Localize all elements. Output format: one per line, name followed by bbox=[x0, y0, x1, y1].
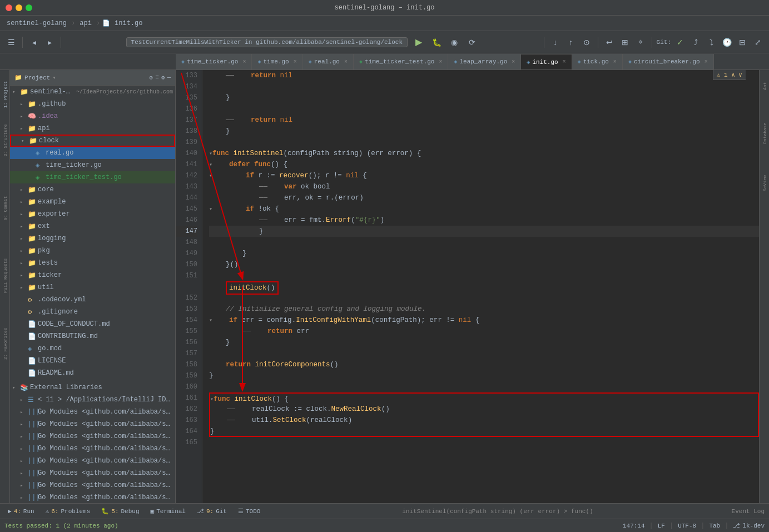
tab-close-icon[interactable]: × bbox=[294, 59, 297, 65]
project-panel-btn[interactable]: 1: Project bbox=[1, 72, 9, 117]
ant-design-btn[interactable]: Ant bbox=[760, 72, 769, 100]
run-config-select[interactable]: TestCurrentTimeMillsWithTicker in github… bbox=[126, 37, 408, 47]
tree-item-readme[interactable]: 📄 README.md bbox=[10, 367, 175, 379]
tree-item-clock[interactable]: ▾ 📁 clock bbox=[10, 135, 175, 147]
minimize-button[interactable] bbox=[16, 4, 22, 11]
collapse-all-btn[interactable]: ≡ bbox=[155, 74, 159, 81]
tab-real-go[interactable]: ◈ real.go × bbox=[303, 54, 354, 69]
git-history-button[interactable]: ⊙ bbox=[580, 36, 593, 49]
git-ok-button[interactable]: ✓ bbox=[673, 36, 687, 49]
expand-button[interactable]: ⤢ bbox=[751, 36, 765, 49]
git-update-button[interactable]: ↓ bbox=[549, 36, 562, 49]
tree-item-root[interactable]: ▾ 📁 sentinel-golang ~/IdeaProjects/src/g… bbox=[10, 86, 175, 98]
undo-button[interactable]: ↩ bbox=[603, 36, 616, 49]
tree-item-contributing[interactable]: 📄 CONTRIBUTING.md bbox=[10, 330, 175, 342]
nav-file[interactable]: init.go bbox=[112, 18, 145, 28]
run-button[interactable]: ▶ bbox=[412, 36, 425, 49]
tree-item-go-mod-6[interactable]: ▸ ||| Go Modules <github.com/alibaba/sen… bbox=[10, 467, 175, 479]
code-area[interactable]: 133 134 135 136 137 138 139 140 141 142 … bbox=[176, 70, 759, 503]
tree-item-api[interactable]: ▸ 📁 api bbox=[10, 122, 175, 135]
tree-item-codecov[interactable]: ⚙ .codecov.yml bbox=[10, 294, 175, 306]
close-tree-btn[interactable]: — bbox=[167, 74, 171, 81]
tab-close-icon[interactable]: × bbox=[704, 59, 708, 65]
maximize-button[interactable] bbox=[26, 4, 32, 11]
terminal-tool-btn[interactable]: ▣ Terminal bbox=[147, 506, 189, 516]
tree-item-go-mod-2[interactable]: ▸ ||| Go Modules <github.com/alibaba/sen… bbox=[10, 418, 175, 430]
event-log-btn[interactable]: Event Log bbox=[732, 508, 765, 515]
tab-time[interactable]: ◈ time.go × bbox=[252, 54, 302, 69]
tab-close-icon[interactable]: × bbox=[613, 59, 617, 65]
tree-item-real-go[interactable]: ◈ real.go bbox=[10, 147, 175, 159]
tree-item-ext[interactable]: ▸ 📁 ext bbox=[10, 220, 175, 232]
tree-item-go-mod-3[interactable]: ▸ ||| Go Modules <github.com/alibaba/sen… bbox=[10, 430, 175, 442]
run-tool-btn[interactable]: ▶ 4: Run bbox=[4, 506, 38, 516]
tab-close-icon[interactable]: × bbox=[563, 59, 566, 65]
scroll-to-file-btn[interactable]: ⊙ bbox=[150, 74, 153, 81]
problems-tool-btn[interactable]: ⚠ 6: Problems bbox=[42, 506, 94, 516]
tree-item-tests[interactable]: ▸ 📁 tests bbox=[10, 257, 175, 269]
git-push-button[interactable]: ↑ bbox=[564, 36, 578, 49]
tab-circuit-breaker[interactable]: ◈ circuit_breaker.go × bbox=[623, 54, 714, 69]
tree-item-go-mod-1[interactable]: ▸ ||| Go Modules <github.com/alibaba/sen… bbox=[10, 406, 175, 418]
tree-item-logging[interactable]: ▸ 📁 logging bbox=[10, 232, 175, 245]
tab-close-icon[interactable]: × bbox=[344, 59, 348, 65]
line-sep-indicator[interactable]: LF bbox=[658, 523, 665, 529]
back-button[interactable]: ◂ bbox=[27, 36, 41, 49]
tab-leap-array[interactable]: ◈ leap_array.go × bbox=[448, 54, 521, 69]
git-tool-btn[interactable]: ⎇ 9: Git bbox=[194, 506, 230, 516]
tree-item-sdk11[interactable]: ▸ ☰ < 11 > /Applications/IntelliJ IDEA.a… bbox=[10, 394, 175, 406]
layout-button[interactable]: ⊟ bbox=[736, 36, 749, 49]
code-editor[interactable]: ⚠ 1 ∧ ∨ 133 134 135 136 137 138 139 140 … bbox=[176, 70, 759, 503]
tree-item-github[interactable]: ▸ 📁 .github bbox=[10, 98, 175, 110]
settings-btn[interactable]: ⚙ bbox=[161, 74, 165, 81]
tree-item-idea[interactable]: ▸ 🧠 .idea bbox=[10, 110, 175, 122]
encoding-indicator[interactable]: UTF-8 bbox=[678, 523, 696, 529]
indent-indicator[interactable]: Tab bbox=[709, 523, 720, 529]
tree-item-code-of-conduct[interactable]: 📄 CODE_OF_CONDUCT.md bbox=[10, 318, 175, 330]
git-diff-button[interactable]: ⤴ bbox=[689, 36, 702, 49]
debug-tool-btn[interactable]: 🐛 5: Debug bbox=[98, 506, 142, 516]
scv-btn[interactable]: ScView bbox=[760, 167, 769, 200]
profile-button[interactable]: ⟳ bbox=[465, 36, 479, 49]
structure-button[interactable]: ⊞ bbox=[618, 36, 632, 49]
database-btn[interactable]: Database bbox=[760, 111, 769, 156]
tree-item-example[interactable]: ▸ 📁 example bbox=[10, 196, 175, 208]
tab-time-ticker-test[interactable]: ◈ time_ticker_test.go × bbox=[354, 54, 448, 69]
git-branch[interactable]: ⎇ lk-dev bbox=[733, 522, 765, 529]
clock-button[interactable]: 🕐 bbox=[720, 36, 733, 49]
tree-item-go-mod-4[interactable]: ▸ ||| Go Modules <github.com/alibaba/sen… bbox=[10, 442, 175, 455]
tree-item-license[interactable]: 📄 LICENSE bbox=[10, 355, 175, 367]
forward-button[interactable]: ▸ bbox=[43, 36, 56, 49]
structure-panel-btn[interactable]: 2: Structure bbox=[1, 118, 9, 162]
bookmark-button[interactable]: ⌖ bbox=[634, 36, 647, 49]
tab-init-go[interactable]: ◈ init.go × bbox=[521, 54, 572, 69]
tab-close-icon[interactable]: × bbox=[242, 59, 246, 65]
tree-item-go-mod[interactable]: ◈ go.mod bbox=[10, 342, 175, 355]
tab-time-ticker[interactable]: ◈ time_ticker.go × bbox=[176, 54, 252, 69]
tree-content[interactable]: ▾ 📁 sentinel-golang ~/IdeaProjects/src/g… bbox=[10, 86, 175, 503]
menu-button[interactable]: ☰ bbox=[4, 36, 18, 49]
tree-item-go-mod-8[interactable]: ▸ ||| Go Modules <github.com/alibaba/sen… bbox=[10, 491, 175, 503]
tab-close-icon[interactable]: × bbox=[512, 59, 515, 65]
favorites-btn[interactable]: 2: Favorites bbox=[1, 321, 9, 366]
tree-item-time-ticker-test[interactable]: ◈ time_ticker_test.go bbox=[10, 171, 175, 183]
tab-close-icon[interactable]: × bbox=[439, 59, 442, 65]
nav-api[interactable]: api bbox=[77, 18, 94, 28]
coverage-button[interactable]: ◉ bbox=[448, 36, 461, 49]
nav-project[interactable]: sentinel-golang bbox=[4, 18, 69, 28]
close-button[interactable] bbox=[6, 4, 12, 11]
tree-item-go-mod-7[interactable]: ▸ ||| Go Modules <github.com/alibaba/sen… bbox=[10, 479, 175, 491]
git-annotate-button[interactable]: ⤵ bbox=[704, 36, 718, 49]
pull-requests-btn[interactable]: Pull Requests bbox=[1, 253, 9, 298]
project-dropdown-icon[interactable]: ▾ bbox=[52, 74, 56, 81]
tree-item-gitignore[interactable]: ⚙ .gitignore bbox=[10, 306, 175, 318]
todo-tool-btn[interactable]: ☰ TODO bbox=[235, 506, 264, 516]
tree-item-exporter[interactable]: ▸ 📁 exporter bbox=[10, 208, 175, 220]
tab-tick[interactable]: ◈ tick.go × bbox=[572, 54, 623, 69]
commit-panel-btn[interactable]: 0: Commit bbox=[1, 186, 9, 230]
tree-item-ext-libs[interactable]: ▾ 📚 External Libraries bbox=[10, 381, 175, 394]
tree-item-go-mod-5[interactable]: ▸ ||| Go Modules <github.com/alibaba/sen… bbox=[10, 455, 175, 467]
tree-item-time-ticker[interactable]: ◈ time_ticker.go bbox=[10, 159, 175, 171]
tree-item-ticker[interactable]: ▸ 📁 ticker bbox=[10, 269, 175, 281]
tree-item-pkg[interactable]: ▸ 📁 pkg bbox=[10, 245, 175, 257]
